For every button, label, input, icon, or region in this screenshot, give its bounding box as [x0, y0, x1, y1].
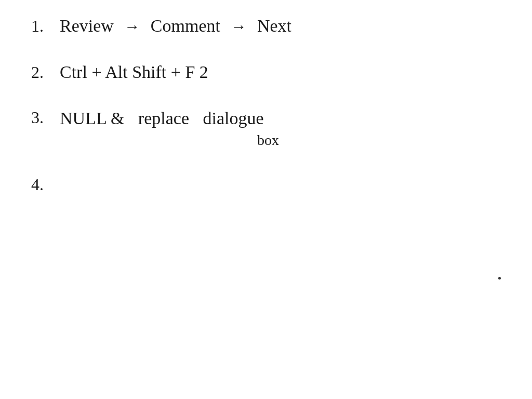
list-item-1: 1. Review → Comment → Next — [31, 16, 501, 37]
comment-text: Comment — [151, 16, 220, 35]
list-number-2: 2. — [31, 63, 60, 82]
line3-content: NULL & replace dialogue box — [60, 108, 279, 151]
decorative-dot — [498, 277, 501, 280]
box-text: box — [257, 132, 279, 148]
page: 1. Review → Comment → Next 2. Ctrl + Alt… — [0, 0, 532, 399]
line1-content: Review → Comment → Next — [60, 16, 291, 37]
arrow1-icon: → — [124, 17, 140, 36]
shortcut-text: Ctrl + Alt Shift + F 2 — [60, 62, 208, 82]
next-text: Next — [257, 16, 291, 35]
line2-content: Ctrl + Alt Shift + F 2 — [60, 62, 208, 83]
list-number-3: 3. — [31, 108, 60, 127]
list-number-4: 4. — [31, 175, 60, 194]
arrow2-icon: → — [231, 17, 246, 36]
list-item-2: 2. Ctrl + Alt Shift + F 2 — [31, 62, 501, 83]
replace-text: replace — [138, 109, 189, 128]
list-number-1: 1. — [31, 17, 60, 36]
dialogue-text: dialogue — [203, 109, 263, 128]
null-text: NULL & — [60, 109, 124, 128]
list-item-4: 4. — [31, 175, 501, 194]
list-item-3: 3. NULL & replace dialogue box — [31, 108, 501, 151]
review-text: Review — [60, 16, 114, 35]
